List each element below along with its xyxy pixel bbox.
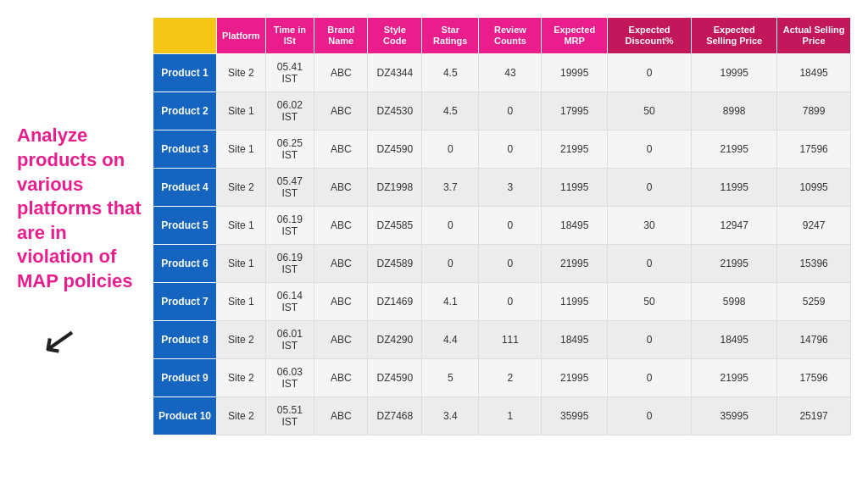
table-row: Product 2Site 106.02 ISTABCDZ45304.50179… — [153, 92, 851, 130]
data-cell: 21995 — [692, 245, 777, 283]
data-cell: 0 — [607, 245, 691, 283]
col-header-brand: Brand Name — [314, 18, 368, 54]
data-cell: Site 1 — [217, 130, 266, 169]
data-cell: 17596 — [777, 130, 851, 169]
main-container: Analyze products on various platforms th… — [0, 0, 868, 488]
data-cell: 0 — [607, 397, 691, 435]
data-cell: 05.41 IST — [265, 54, 314, 92]
data-cell: ABC — [314, 169, 368, 207]
data-cell: 17995 — [542, 92, 607, 130]
data-cell: 11995 — [692, 169, 777, 207]
data-cell: 0 — [607, 54, 691, 92]
col-header-platform: Platform — [217, 18, 266, 54]
data-cell: 11995 — [542, 169, 607, 207]
data-cell: 21995 — [542, 130, 607, 169]
data-cell: DZ4589 — [368, 245, 422, 283]
data-cell: 19995 — [692, 54, 777, 92]
data-cell: Site 2 — [217, 397, 266, 435]
product-name-cell: Product 1 — [153, 54, 217, 92]
table-row: Product 3Site 106.25 ISTABCDZ45900021995… — [153, 130, 851, 169]
data-cell: 05.47 IST — [265, 169, 314, 207]
data-cell: 15396 — [777, 245, 851, 283]
data-cell: 4.1 — [422, 283, 479, 321]
data-cell: 50 — [607, 92, 691, 130]
product-name-cell: Product 4 — [153, 169, 217, 207]
data-cell: 4.4 — [422, 321, 479, 359]
data-cell: 3.7 — [422, 169, 479, 207]
col-header-stars: Star Ratings — [422, 18, 479, 54]
data-cell: 111 — [479, 321, 542, 359]
data-cell: 2 — [479, 359, 542, 397]
data-cell: 35995 — [692, 397, 777, 435]
data-cell: 0 — [422, 207, 479, 245]
data-cell: 21995 — [692, 359, 777, 397]
data-cell: DZ7468 — [368, 397, 422, 435]
data-cell: Site 2 — [217, 321, 266, 359]
data-cell: 25197 — [777, 397, 851, 435]
product-name-cell: Product 7 — [153, 283, 217, 321]
data-cell: 3.4 — [422, 397, 479, 435]
product-name-cell: Product 2 — [153, 92, 217, 130]
table-wrapper: Platform Time in ISt Brand Name Style Co… — [153, 17, 851, 435]
col-header-time: Time in ISt — [265, 18, 314, 54]
table-row: Product 1Site 205.41 ISTABCDZ43444.54319… — [153, 54, 851, 92]
data-cell: 06.03 IST — [265, 359, 314, 397]
data-cell: 4.5 — [422, 54, 479, 92]
data-cell: ABC — [314, 54, 368, 92]
data-cell: DZ1469 — [368, 283, 422, 321]
data-cell: 06.25 IST — [265, 130, 314, 169]
data-cell: 0 — [479, 245, 542, 283]
data-cell: ABC — [314, 359, 368, 397]
col-header-style: Style Code — [368, 18, 422, 54]
data-cell: 0 — [422, 130, 479, 169]
col-header-reviews: Review Counts — [479, 18, 542, 54]
data-cell: 5 — [422, 359, 479, 397]
product-name-cell: Product 8 — [153, 321, 217, 359]
sidebar-text: Analyze products on various platforms th… — [17, 124, 144, 293]
col-header-act-price: Actual Selling Price — [777, 18, 851, 54]
data-cell: 5998 — [692, 283, 777, 321]
data-cell: 21995 — [692, 130, 777, 169]
data-cell: Site 2 — [217, 169, 266, 207]
col-header-mrp: Expected MRP — [542, 18, 607, 54]
col-header-exp-price: Expected Selling Price — [692, 18, 777, 54]
data-cell: 43 — [479, 54, 542, 92]
table-row: Product 8Site 206.01 ISTABCDZ42904.41111… — [153, 321, 851, 359]
table-row: Product 7Site 106.14 ISTABCDZ14694.10119… — [153, 283, 851, 321]
product-name-cell: Product 6 — [153, 245, 217, 283]
data-cell: 0 — [422, 245, 479, 283]
data-cell: 14796 — [777, 321, 851, 359]
data-cell: DZ4290 — [368, 321, 422, 359]
data-cell: 0 — [479, 130, 542, 169]
data-cell: 18495 — [542, 321, 607, 359]
data-cell: 7899 — [777, 92, 851, 130]
col-header-discount: Expected Discount% — [607, 18, 691, 54]
data-cell: 0 — [607, 130, 691, 169]
data-cell: ABC — [314, 130, 368, 169]
data-cell: 3 — [479, 169, 542, 207]
data-cell: 9247 — [777, 207, 851, 245]
data-cell: Site 1 — [217, 207, 266, 245]
data-cell: 5259 — [777, 283, 851, 321]
data-cell: ABC — [314, 245, 368, 283]
data-cell: Site 1 — [217, 283, 266, 321]
data-cell: 06.02 IST — [265, 92, 314, 130]
data-cell: 05.51 IST — [265, 397, 314, 435]
data-cell: Site 1 — [217, 245, 266, 283]
data-cell: 0 — [479, 92, 542, 130]
data-cell: ABC — [314, 92, 368, 130]
data-cell: 18495 — [692, 321, 777, 359]
data-cell: 18495 — [777, 54, 851, 92]
data-cell: 06.19 IST — [265, 245, 314, 283]
data-cell: 17596 — [777, 359, 851, 397]
arrow-icon: ↙ — [38, 312, 81, 366]
product-name-cell: Product 10 — [153, 397, 217, 435]
data-cell: 30 — [607, 207, 691, 245]
data-cell: DZ4530 — [368, 92, 422, 130]
data-cell: 06.19 IST — [265, 207, 314, 245]
data-cell: ABC — [314, 283, 368, 321]
table-row: Product 5Site 106.19 ISTABCDZ45850018495… — [153, 207, 851, 245]
data-cell: Site 2 — [217, 359, 266, 397]
data-cell: ABC — [314, 321, 368, 359]
data-cell: DZ4585 — [368, 207, 422, 245]
